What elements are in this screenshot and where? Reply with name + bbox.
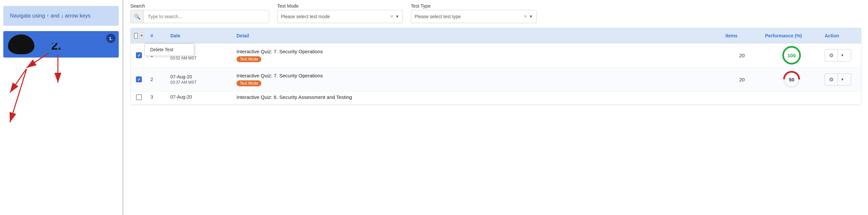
td-action-2: ⚙ ▼ xyxy=(822,71,861,88)
td-num-3: 3 xyxy=(147,92,167,102)
test-type-select[interactable]: Please select test type × ▼ xyxy=(411,10,536,23)
td-items-2: 20 xyxy=(722,74,762,85)
sidebar-selected-item[interactable]: 1. xyxy=(3,31,119,58)
sidebar-avatar xyxy=(8,34,34,54)
table-row: 2 07-Aug-20 03:37 AM MST Interactive Qui… xyxy=(131,67,861,92)
test-mode-badge-1: Test Mode xyxy=(237,56,261,62)
table-row-partial: 3 07-Aug-20 Interactive Quiz: 6. Securit… xyxy=(131,92,861,105)
td-detail-2: Interactive Quiz: 7. Security Operations… xyxy=(233,70,722,89)
action-caret-2[interactable]: ▼ xyxy=(838,75,847,84)
bulk-action-dropdown-button[interactable]: ▼ xyxy=(139,32,144,39)
delete-test-option[interactable]: Delete Test xyxy=(145,44,194,56)
td-items-3 xyxy=(722,92,762,97)
td-performance-1: 100 xyxy=(762,43,822,67)
gear-icon-2: ⚙ xyxy=(825,74,838,85)
row-checkbox-1[interactable] xyxy=(136,52,142,58)
gear-icon-1: ⚙ xyxy=(825,50,838,61)
test-mode-label: Test Mode xyxy=(277,3,403,9)
test-type-chevron-icon[interactable]: ▼ xyxy=(529,14,533,19)
date-main-3: 07-Aug-20 xyxy=(170,94,230,99)
test-type-value: Please select test type xyxy=(414,14,461,19)
detail-title-3: Interactive Quiz: 6. Security Assessment… xyxy=(237,94,719,100)
nav-hint: Navigate using and arrow keys xyxy=(3,6,119,26)
test-mode-actions: × ▼ xyxy=(390,13,399,20)
th-checkbox-col: ▼ xyxy=(131,32,147,39)
td-action-1: ⚙ ▼ xyxy=(822,47,861,64)
th-items: Items xyxy=(722,33,762,38)
th-performance: Performance (%) xyxy=(762,33,822,38)
th-num: # xyxy=(147,33,167,38)
search-group: Search 🔍 xyxy=(130,3,269,23)
test-type-actions: × ▼ xyxy=(524,13,533,20)
search-label: Search xyxy=(130,3,269,9)
th-date[interactable]: Date xyxy=(167,33,233,38)
test-mode-badge-2: Test Mode xyxy=(237,81,261,86)
action-button-2[interactable]: ⚙ ▼ xyxy=(825,73,851,86)
th-detail: Detail xyxy=(233,33,722,38)
td-checkbox-3[interactable] xyxy=(131,92,147,103)
th-date-label: Date xyxy=(170,33,180,38)
filter-bar: Search 🔍 Test Mode Please select test mo… xyxy=(130,3,861,23)
search-icon: 🔍 xyxy=(131,10,144,23)
search-input[interactable] xyxy=(144,10,269,23)
select-all-checkbox[interactable] xyxy=(134,33,138,39)
table-row: 1 07-Aug-20 03:52 AM MST Interactive Qui… xyxy=(131,43,861,67)
td-performance-2: 50 xyxy=(762,67,822,91)
td-detail-3: Interactive Quiz: 6. Security Assessment… xyxy=(233,92,722,102)
row-checkbox-2[interactable] xyxy=(136,76,142,82)
test-mode-value: Please select test mode xyxy=(281,14,330,19)
date-time-1: 03:52 AM MST xyxy=(170,56,230,61)
date-time-2: 03:37 AM MST xyxy=(170,80,230,85)
test-type-clear-icon[interactable]: × xyxy=(524,13,527,20)
bulk-action-dropdown-menu: Delete Test xyxy=(145,43,194,56)
td-num-2: 2 xyxy=(147,74,167,85)
main-content: Search 🔍 Test Mode Please select test mo… xyxy=(124,0,868,215)
td-date-3: 07-Aug-20 xyxy=(167,92,233,102)
date-main-2: 07-Aug-20 xyxy=(170,74,230,80)
performance-circle-2: 50 xyxy=(782,70,801,89)
td-action-3 xyxy=(822,92,861,97)
td-checkbox-2[interactable] xyxy=(131,74,147,85)
test-type-group: Test Type Please select test type × ▼ xyxy=(411,3,536,23)
arrow-down-icon xyxy=(61,13,63,19)
test-mode-group: Test Mode Please select test mode × ▼ xyxy=(277,3,403,23)
td-detail-1: Interactive Quiz: 7. Security Operations… xyxy=(233,46,722,65)
test-table: ▼ # Date Detail Items Performance (%) Ac… xyxy=(130,28,861,105)
search-box: 🔍 xyxy=(130,10,269,23)
td-performance-3 xyxy=(762,92,822,97)
th-action: Action xyxy=(822,33,861,38)
action-button-1[interactable]: ⚙ ▼ xyxy=(825,49,851,62)
row-checkbox-3[interactable] xyxy=(136,94,142,100)
action-caret-1[interactable]: ▼ xyxy=(838,51,847,60)
performance-circle-1: 100 xyxy=(782,46,801,64)
arrow-up-icon xyxy=(46,13,49,19)
sidebar: Navigate using and arrow keys 1. xyxy=(0,0,122,215)
test-mode-clear-icon[interactable]: × xyxy=(390,13,393,20)
detail-title-2: Interactive Quiz: 7. Security Operations xyxy=(237,73,719,79)
td-items-1: 20 xyxy=(722,50,762,61)
test-mode-chevron-icon[interactable]: ▼ xyxy=(395,14,399,19)
performance-value-2: 50 xyxy=(789,77,795,82)
td-date-2: 07-Aug-20 03:37 AM MST xyxy=(167,71,233,87)
test-type-label: Test Type xyxy=(411,3,536,9)
detail-title-1: Interactive Quiz: 7. Security Operations xyxy=(237,49,719,54)
test-mode-select[interactable]: Please select test mode × ▼ xyxy=(277,10,403,23)
table-header: ▼ # Date Detail Items Performance (%) Ac… xyxy=(131,28,861,43)
sidebar-badge: 1. xyxy=(106,34,116,43)
